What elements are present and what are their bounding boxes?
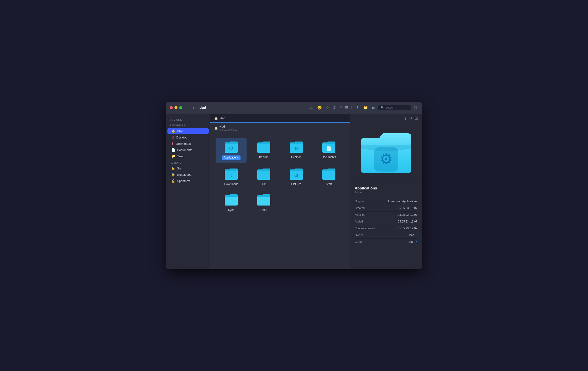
file-item-start[interactable]: Start bbox=[314, 165, 344, 189]
meta-row-group: Group staff ✓ bbox=[355, 238, 417, 245]
forward-button[interactable]: › bbox=[192, 105, 196, 110]
sidebar-item-vlad[interactable]: 🏠 Vlad bbox=[168, 128, 209, 134]
meta-val-owner: vlad ✓ bbox=[409, 233, 417, 237]
sidebar-item-sprintbox[interactable]: 🔒 Sprintbox bbox=[168, 178, 209, 184]
rp-folder-name: Applications bbox=[355, 186, 417, 190]
warning-icon[interactable]: ⚠ bbox=[415, 116, 418, 120]
list-view-icon[interactable]: ☰ bbox=[344, 105, 349, 111]
search-box[interactable]: 🔍 bbox=[378, 105, 411, 110]
breadcrumb-bar: 🏠 vlad 1 of 10 selected bbox=[210, 123, 350, 133]
grid-view-icon[interactable]: ⊞ bbox=[338, 105, 343, 111]
path-plus-button[interactable]: + bbox=[344, 116, 346, 120]
sidebar-item-desktop[interactable]: 🖥 Desktop bbox=[168, 134, 209, 140]
sidebar-item-documents[interactable]: 📄 Documents bbox=[168, 147, 209, 153]
file-label-downloads: Downloads bbox=[224, 183, 238, 186]
sidebar-item-digitalocean[interactable]: 🔒 digitalocean bbox=[168, 172, 209, 178]
svg-text:⚙: ⚙ bbox=[379, 151, 393, 167]
trash-icon[interactable]: 🗑 bbox=[371, 105, 376, 111]
right-panel: ℹ ↺ ⚠ bbox=[350, 114, 422, 269]
sidebar-item-sam[interactable]: 🔒 Sam bbox=[168, 165, 209, 171]
file-item-sync[interactable]: Sync bbox=[216, 191, 247, 215]
file-label-start: Start bbox=[326, 183, 332, 186]
sidebar-label-sam: Sam bbox=[177, 167, 183, 170]
search-icon: 🔍 bbox=[380, 106, 384, 109]
file-item-temp[interactable]: Temp bbox=[248, 191, 279, 215]
rp-folder-type: Folder bbox=[355, 191, 417, 194]
pathbar: 🏠 vlad + bbox=[210, 114, 350, 123]
new-folder-icon[interactable]: 📁 bbox=[362, 105, 369, 111]
path-home-icon: 🏠 bbox=[214, 116, 218, 120]
file-label-backup: Backup bbox=[259, 155, 268, 159]
file-item-git[interactable]: Git bbox=[248, 165, 279, 189]
temp-icon: 📁 bbox=[171, 154, 175, 158]
close-button[interactable] bbox=[170, 106, 173, 109]
file-item-pictures[interactable]: 🖼 Pictures bbox=[281, 165, 312, 189]
meta-val-original: /Users/vlad/Applications bbox=[388, 200, 417, 203]
star-icon[interactable]: ☆ bbox=[325, 105, 330, 111]
file-label-git: Git bbox=[262, 183, 265, 186]
meta-key-created: Created bbox=[355, 207, 365, 210]
breadcrumb-sub: 1 of 10 selected bbox=[219, 128, 238, 131]
lock-sam-icon: 🔒 bbox=[171, 166, 175, 170]
column-view-icon[interactable]: ⫿ bbox=[349, 105, 353, 111]
meta-val-content-created: 05.05.23, 19:07 bbox=[398, 227, 417, 230]
eye-slash-icon[interactable]: 👁 bbox=[355, 105, 360, 111]
traffic-lights bbox=[170, 106, 182, 109]
rp-sync-icon[interactable]: ↺ bbox=[409, 116, 412, 120]
minimize-button[interactable] bbox=[174, 106, 178, 109]
group-check-icon: ✓ bbox=[415, 240, 417, 243]
meta-row-content-created: Content created 05.05.23, 19:07 bbox=[355, 225, 417, 232]
meta-row-original: Original /Users/vlad/Applications bbox=[355, 198, 417, 205]
big-folder-svg: ⚙ bbox=[358, 129, 414, 178]
file-label-temp: Temp bbox=[260, 208, 267, 212]
file-item-documents[interactable]: 📄 Documents bbox=[314, 138, 344, 163]
rp-folder-preview: ⚙ bbox=[350, 123, 422, 183]
svg-text:⚙: ⚙ bbox=[229, 145, 233, 151]
sidebar-item-downloads[interactable]: ⬇ Downloads bbox=[168, 141, 209, 147]
home-icon: 🏠 bbox=[171, 129, 175, 133]
search-input[interactable] bbox=[385, 106, 409, 109]
meta-key-group: Group bbox=[355, 240, 362, 243]
toolbar-icons: 🏷 😊 ☆ ↺ ⊞ ☰ ⫿ 👁 📁 🗑 🔍 ▥ bbox=[309, 105, 418, 111]
sidebar-label-digitalocean: digitalocean bbox=[177, 173, 193, 176]
file-item-downloads[interactable]: ↓ Downloads bbox=[216, 165, 247, 189]
file-item-backup[interactable]: Backup bbox=[248, 138, 279, 163]
meta-row-modified: Modified 05.05.23, 19:07 bbox=[355, 211, 417, 218]
meta-row-created: Created 05.05.23, 19:07 bbox=[355, 205, 417, 211]
svg-text:🖥: 🖥 bbox=[294, 146, 298, 151]
folder-icon-documents: 📄 bbox=[321, 141, 336, 154]
file-item-applications[interactable]: ⚙ Applications bbox=[216, 138, 247, 163]
tag-icon[interactable]: 🏷 bbox=[309, 105, 315, 111]
svg-text:📄: 📄 bbox=[326, 146, 332, 151]
file-label-sync: Sync bbox=[228, 208, 234, 212]
sidebar-label-desktop: Desktop bbox=[176, 136, 188, 139]
meta-val-group: staff ✓ bbox=[409, 240, 417, 243]
sidebar-label-vlad: Vlad bbox=[177, 129, 183, 133]
meta-val-modified: 05.05.23, 19:07 bbox=[398, 213, 417, 217]
window-title: vlad bbox=[200, 106, 206, 110]
meta-val-added: 05.05.23, 19:07 bbox=[398, 220, 417, 223]
fullscreen-button[interactable] bbox=[179, 106, 182, 109]
remote-section-label: Remote bbox=[166, 159, 210, 165]
folder-icon-sync bbox=[224, 193, 239, 207]
meta-val-created: 05.05.23, 19:07 bbox=[398, 207, 417, 210]
sync-icon[interactable]: ↺ bbox=[332, 105, 336, 111]
info-icon[interactable]: ℹ bbox=[405, 116, 406, 120]
folder-icon-downloads: ↓ bbox=[224, 168, 239, 181]
file-label-documents: Documents bbox=[322, 155, 336, 159]
sidebar-toggle-icon[interactable]: ▥ bbox=[413, 105, 418, 111]
svg-text:🖼: 🖼 bbox=[294, 173, 298, 178]
meta-key-owner: Owner bbox=[355, 233, 363, 237]
lock-sb-icon: 🔒 bbox=[171, 179, 175, 183]
sidebar-label-downloads: Downloads bbox=[176, 142, 191, 145]
meta-key-added: Added bbox=[355, 220, 363, 223]
meta-key-original: Original bbox=[355, 200, 364, 203]
back-button[interactable]: ‹ bbox=[187, 105, 191, 110]
file-item-desktop[interactable]: 🖥 Desktop bbox=[281, 138, 312, 163]
nav-buttons: ‹ › bbox=[187, 105, 196, 110]
file-label-pictures: Pictures bbox=[291, 183, 301, 186]
face-icon[interactable]: 😊 bbox=[316, 105, 323, 111]
sidebar-item-temp[interactable]: 📁 Temp bbox=[168, 153, 209, 159]
content-pane: 🏠 vlad + 🏠 vlad 1 of 10 selected bbox=[210, 114, 350, 269]
rp-folder-info: Applications Folder Original /Users/vlad… bbox=[350, 183, 422, 248]
